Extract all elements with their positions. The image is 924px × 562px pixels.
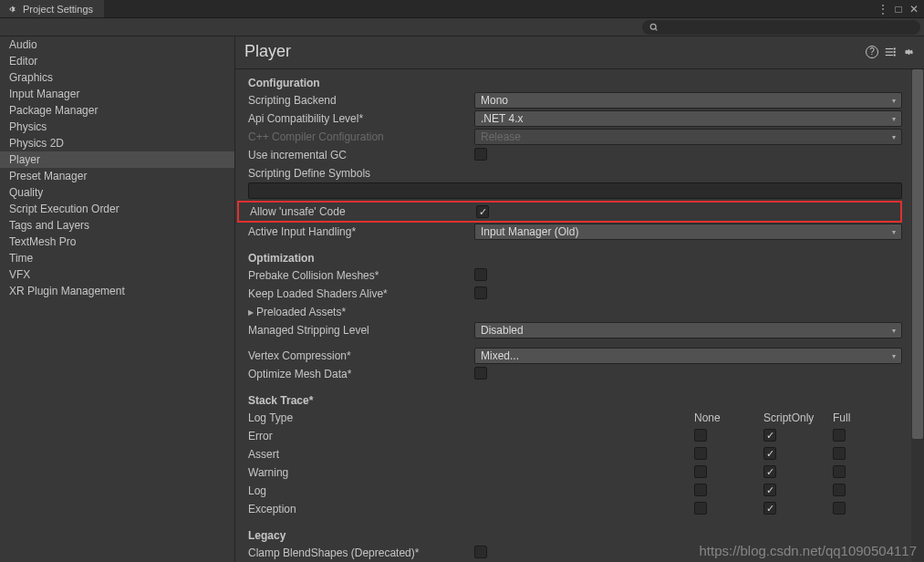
- vertex-comp-label: Vertex Compression*: [248, 349, 474, 362]
- input-handling-label: Active Input Handling*: [248, 225, 474, 238]
- stack-row-label: Log: [248, 484, 694, 497]
- define-symbols-label: Scripting Define Symbols: [248, 167, 474, 180]
- search-icon: [649, 23, 659, 32]
- stack-full-checkbox[interactable]: [833, 429, 846, 442]
- stack-row: Warning: [237, 463, 902, 482]
- svg-point-5: [894, 47, 896, 49]
- sidebar-item-editor[interactable]: Editor: [0, 53, 234, 69]
- section-legacy: Legacy: [237, 526, 902, 544]
- allow-unsafe-checkbox[interactable]: [476, 205, 489, 218]
- sidebar-item-graphics[interactable]: Graphics: [0, 69, 234, 86]
- prebake-checkbox[interactable]: [474, 268, 487, 281]
- tab-project-settings[interactable]: Project Settings: [0, 0, 105, 17]
- sidebar-item-time[interactable]: Time: [0, 250, 234, 266]
- stack-full-checkbox[interactable]: [833, 465, 846, 478]
- triangle-right-icon: ▶: [248, 308, 254, 317]
- window-close-icon[interactable]: ✕: [908, 3, 920, 16]
- stack-row: Log: [237, 482, 902, 500]
- chevron-down-icon: ▾: [892, 352, 896, 360]
- sidebar-item-physics-2d[interactable]: Physics 2D: [0, 135, 234, 151]
- sidebar-item-physics[interactable]: Physics: [0, 119, 234, 135]
- stack-none-checkbox[interactable]: [694, 484, 707, 496]
- chevron-down-icon: ▾: [892, 115, 896, 123]
- cpp-compiler-dropdown: Release▾: [474, 129, 902, 145]
- stripping-label: Managed Stripping Level: [248, 324, 474, 337]
- preloaded-assets-foldout[interactable]: ▶Preloaded Assets*: [248, 306, 474, 318]
- stack-scriptonly-checkbox[interactable]: [763, 484, 776, 496]
- section-configuration: Configuration: [237, 73, 902, 91]
- tab-label: Project Settings: [23, 4, 93, 15]
- chevron-down-icon: ▾: [892, 97, 896, 105]
- help-icon[interactable]: ?: [866, 46, 878, 58]
- clamp-blendshapes-checkbox[interactable]: [474, 546, 487, 558]
- stack-full-checkbox[interactable]: [833, 484, 846, 496]
- allow-unsafe-label: Allow 'unsafe' Code: [250, 205, 476, 218]
- stack-none-checkbox[interactable]: [694, 465, 707, 478]
- stripping-dropdown[interactable]: Disabled▾: [474, 322, 902, 338]
- svg-point-0: [650, 24, 656, 29]
- sidebar-item-script-execution[interactable]: Script Execution Order: [0, 201, 234, 217]
- svg-rect-4: [886, 54, 893, 55]
- sidebar-item-textmesh-pro[interactable]: TextMesh Pro: [0, 234, 234, 250]
- incremental-gc-label: Use incremental GC: [248, 149, 474, 161]
- search-input[interactable]: [642, 20, 920, 35]
- settings-sidebar: Audio Editor Graphics Input Manager Pack…: [0, 36, 235, 562]
- sidebar-item-vfx[interactable]: VFX: [0, 266, 234, 283]
- svg-rect-2: [886, 47, 893, 48]
- define-symbols-input[interactable]: [248, 182, 902, 199]
- logtype-label: Log Type: [248, 411, 694, 424]
- stack-row-label: Error: [248, 430, 694, 442]
- col-full: Full: [833, 411, 902, 424]
- stack-scriptonly-checkbox[interactable]: [763, 429, 776, 442]
- gear-icon: [7, 4, 18, 15]
- optimize-mesh-checkbox[interactable]: [474, 367, 487, 380]
- stack-none-checkbox[interactable]: [694, 429, 707, 442]
- stack-row-label: Exception: [248, 503, 694, 515]
- chevron-down-icon: ▾: [892, 228, 896, 236]
- api-compat-dropdown[interactable]: .NET 4.x▾: [474, 110, 902, 127]
- input-handling-dropdown[interactable]: Input Manager (Old)▾: [474, 224, 902, 240]
- chevron-down-icon: ▾: [892, 327, 896, 335]
- svg-point-6: [894, 50, 896, 52]
- vertex-comp-dropdown[interactable]: Mixed...▾: [474, 348, 902, 364]
- scripting-backend-label: Scripting Backend: [248, 94, 474, 107]
- stack-scriptonly-checkbox[interactable]: [763, 502, 776, 515]
- incremental-gc-checkbox[interactable]: [474, 148, 487, 161]
- svg-point-7: [894, 54, 896, 56]
- section-stack-trace: Stack Trace*: [237, 390, 902, 409]
- stack-row-label: Warning: [248, 466, 694, 479]
- page-title: Player: [244, 42, 291, 61]
- sidebar-item-tags-layers[interactable]: Tags and Layers: [0, 217, 234, 234]
- col-none: None: [694, 411, 763, 424]
- keep-shaders-checkbox[interactable]: [474, 286, 487, 299]
- svg-line-1: [655, 28, 657, 30]
- stack-row: Exception: [237, 500, 902, 518]
- cpp-compiler-label: C++ Compiler Configuration: [248, 130, 474, 143]
- stack-none-checkbox[interactable]: [694, 502, 707, 515]
- gear-icon[interactable]: [902, 46, 915, 58]
- sidebar-item-player[interactable]: Player: [0, 151, 234, 168]
- section-optimization: Optimization: [237, 248, 902, 266]
- clamp-blendshapes-label: Clamp BlendShapes (Deprecated)*: [248, 546, 474, 559]
- stack-full-checkbox[interactable]: [833, 447, 846, 460]
- watermark: https://blog.csdn.net/qq1090504117: [699, 543, 917, 558]
- sidebar-item-preset-manager[interactable]: Preset Manager: [0, 168, 234, 184]
- stack-full-checkbox[interactable]: [833, 502, 846, 515]
- stack-none-checkbox[interactable]: [694, 447, 707, 460]
- stack-scriptonly-checkbox[interactable]: [763, 447, 776, 460]
- sidebar-item-package-manager[interactable]: Package Manager: [0, 102, 234, 119]
- sidebar-item-xr-plugin[interactable]: XR Plugin Management: [0, 283, 234, 299]
- sidebar-item-quality[interactable]: Quality: [0, 184, 234, 201]
- sidebar-item-audio[interactable]: Audio: [0, 36, 234, 53]
- chevron-down-icon: ▾: [892, 133, 896, 141]
- api-compat-label: Api Compatibility Level*: [248, 112, 474, 125]
- window-maximize-icon[interactable]: □: [892, 3, 905, 16]
- keep-shaders-label: Keep Loaded Shaders Alive*: [248, 287, 474, 300]
- col-scriptonly: ScriptOnly: [763, 411, 833, 424]
- scripting-backend-dropdown[interactable]: Mono▾: [474, 92, 902, 109]
- preset-icon[interactable]: [884, 46, 897, 58]
- window-menu-icon[interactable]: ⋮: [877, 3, 889, 16]
- stack-row-label: Assert: [248, 448, 694, 461]
- stack-scriptonly-checkbox[interactable]: [763, 465, 776, 478]
- sidebar-item-input-manager[interactable]: Input Manager: [0, 86, 234, 102]
